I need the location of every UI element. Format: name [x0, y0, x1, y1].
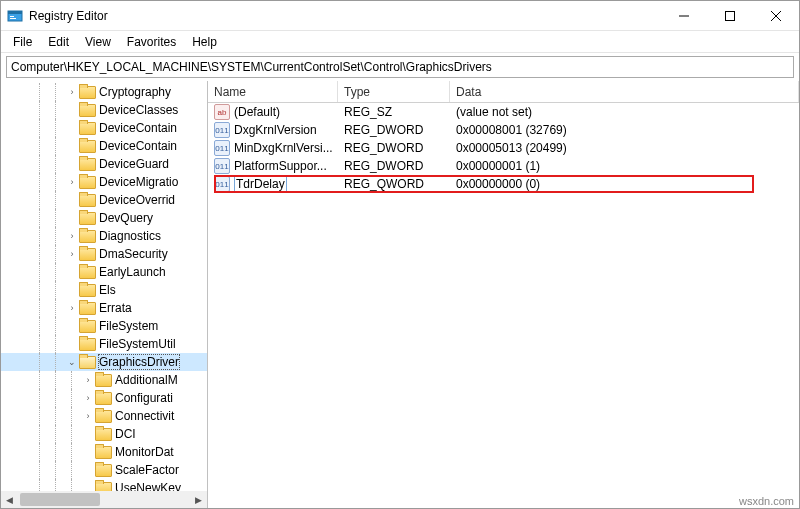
list-header: Name Type Data: [208, 81, 799, 103]
tree-item-additionalm[interactable]: ›AdditionalM: [1, 371, 207, 389]
binary-value-icon: 011: [214, 176, 230, 192]
tree-item-devicemigratio[interactable]: ›DeviceMigratio: [1, 173, 207, 191]
value-data: 0x00008001 (32769): [450, 123, 799, 137]
scroll-left-button[interactable]: ◀: [1, 491, 18, 508]
folder-icon: [79, 211, 95, 225]
svg-rect-1: [8, 11, 22, 14]
tree-item-label: EarlyLaunch: [99, 265, 166, 279]
tree-item-els[interactable]: Els: [1, 281, 207, 299]
value-type: REG_QWORD: [338, 177, 450, 191]
menu-view[interactable]: View: [77, 33, 119, 51]
expand-icon[interactable]: ›: [65, 301, 79, 315]
binary-value-icon: 011: [214, 122, 230, 138]
close-button[interactable]: [753, 1, 799, 31]
tree-item-earlylaunch[interactable]: EarlyLaunch: [1, 263, 207, 281]
tree-horizontal-scrollbar[interactable]: ◀ ▶: [1, 491, 207, 508]
tree-item-dmasecurity[interactable]: ›DmaSecurity: [1, 245, 207, 263]
address-bar[interactable]: Computer\HKEY_LOCAL_MACHINE\SYSTEM\Curre…: [6, 56, 794, 78]
tree-item-configurati[interactable]: ›Configurati: [1, 389, 207, 407]
value-name: MinDxgKrnlVersi...: [234, 141, 333, 155]
expand-icon[interactable]: ›: [81, 373, 95, 387]
svg-rect-4: [726, 11, 735, 20]
expand-icon[interactable]: ›: [65, 175, 79, 189]
folder-icon: [95, 391, 111, 405]
minimize-button[interactable]: [661, 1, 707, 31]
expand-icon[interactable]: ›: [81, 409, 95, 423]
folder-icon: [95, 445, 111, 459]
value-row[interactable]: 011PlatformSuppor...REG_DWORD0x00000001 …: [208, 157, 799, 175]
tree-item-label: DeviceContain: [99, 139, 177, 153]
menu-help[interactable]: Help: [184, 33, 225, 51]
binary-value-icon: 011: [214, 158, 230, 174]
tree-item-label: Errata: [99, 301, 132, 315]
tree-item-label: UseNewKey: [115, 481, 181, 491]
tree-item-deviceclasses[interactable]: DeviceClasses: [1, 101, 207, 119]
expand-icon[interactable]: ›: [65, 247, 79, 261]
tree-item-connectivit[interactable]: ›Connectivit: [1, 407, 207, 425]
tree-item-cryptography[interactable]: ›Cryptography: [1, 83, 207, 101]
folder-icon: [79, 283, 95, 297]
folder-icon: [79, 355, 95, 369]
value-data: 0x00005013 (20499): [450, 141, 799, 155]
tree-item-label: DmaSecurity: [99, 247, 168, 261]
expand-icon[interactable]: ›: [81, 391, 95, 405]
tree-item-filesystem[interactable]: FileSystem: [1, 317, 207, 335]
tree-item-label: DeviceGuard: [99, 157, 169, 171]
tree-item-label: FileSystem: [99, 319, 158, 333]
tree-item-devicecontain[interactable]: DeviceContain: [1, 119, 207, 137]
folder-icon: [95, 481, 111, 491]
value-row[interactable]: 011TdrDelayREG_QWORD0x00000000 (0): [208, 175, 799, 193]
value-type: REG_DWORD: [338, 159, 450, 173]
expand-icon[interactable]: ›: [65, 85, 79, 99]
tree-item-graphicsdriver[interactable]: ⌄GraphicsDriver: [1, 353, 207, 371]
maximize-button[interactable]: [707, 1, 753, 31]
folder-icon: [79, 337, 95, 351]
tree-item-devicecontain[interactable]: DeviceContain: [1, 137, 207, 155]
folder-icon: [95, 427, 111, 441]
tree-item-label: MonitorDat: [115, 445, 174, 459]
value-data: 0x00000000 (0): [450, 177, 799, 191]
tree-item-deviceguard[interactable]: DeviceGuard: [1, 155, 207, 173]
tree-item-filesystemutil[interactable]: FileSystemUtil: [1, 335, 207, 353]
menu-favorites[interactable]: Favorites: [119, 33, 184, 51]
folder-icon: [79, 247, 95, 261]
value-name: DxgKrnlVersion: [234, 123, 317, 137]
tree-item-label: Configurati: [115, 391, 173, 405]
tree-item-label: DeviceMigratio: [99, 175, 178, 189]
column-data[interactable]: Data: [450, 81, 799, 102]
address-text: Computer\HKEY_LOCAL_MACHINE\SYSTEM\Curre…: [11, 60, 492, 74]
column-name[interactable]: Name: [208, 81, 338, 102]
folder-icon: [79, 319, 95, 333]
main-area: ›CryptographyDeviceClassesDeviceContainD…: [1, 81, 799, 508]
folder-icon: [79, 229, 95, 243]
value-row[interactable]: 011DxgKrnlVersionREG_DWORD0x00008001 (32…: [208, 121, 799, 139]
scroll-track[interactable]: [18, 491, 190, 508]
tree-item-scalefactor[interactable]: ScaleFactor: [1, 461, 207, 479]
tree-item-monitordat[interactable]: MonitorDat: [1, 443, 207, 461]
folder-icon: [79, 301, 95, 315]
folder-icon: [79, 175, 95, 189]
value-list[interactable]: ab(Default)REG_SZ(value not set)011DxgKr…: [208, 103, 799, 193]
collapse-icon[interactable]: ⌄: [65, 355, 79, 369]
tree-view[interactable]: ›CryptographyDeviceClassesDeviceContainD…: [1, 81, 207, 491]
folder-icon: [95, 409, 111, 423]
column-type[interactable]: Type: [338, 81, 450, 102]
expand-icon[interactable]: ›: [65, 229, 79, 243]
tree-item-dci[interactable]: DCI: [1, 425, 207, 443]
folder-icon: [79, 265, 95, 279]
value-row[interactable]: 011MinDxgKrnlVersi...REG_DWORD0x00005013…: [208, 139, 799, 157]
tree-item-devquery[interactable]: DevQuery: [1, 209, 207, 227]
tree-item-label: Diagnostics: [99, 229, 161, 243]
value-data: (value not set): [450, 105, 799, 119]
tree-item-usenewkey[interactable]: UseNewKey: [1, 479, 207, 491]
tree-item-deviceoverrid[interactable]: DeviceOverrid: [1, 191, 207, 209]
tree-item-diagnostics[interactable]: ›Diagnostics: [1, 227, 207, 245]
folder-icon: [79, 139, 95, 153]
value-type: REG_SZ: [338, 105, 450, 119]
menu-edit[interactable]: Edit: [40, 33, 77, 51]
scroll-right-button[interactable]: ▶: [190, 491, 207, 508]
tree-item-errata[interactable]: ›Errata: [1, 299, 207, 317]
scroll-thumb[interactable]: [20, 493, 100, 506]
menu-file[interactable]: File: [5, 33, 40, 51]
value-row[interactable]: ab(Default)REG_SZ(value not set): [208, 103, 799, 121]
